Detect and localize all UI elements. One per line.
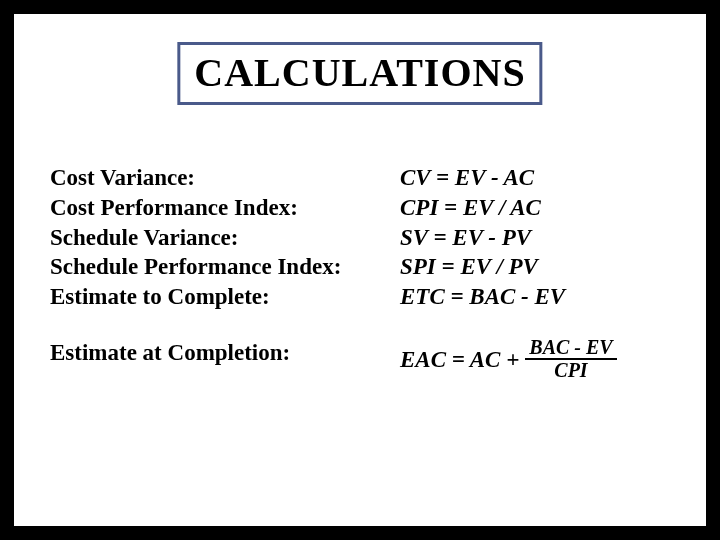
formula-inline: EAC = AC + BAC - EV CPI: [400, 339, 617, 383]
calc-formula: EAC = AC + BAC - EV CPI: [400, 339, 670, 383]
calc-label: Cost Performance Index:: [50, 194, 400, 223]
slide-title: CALCULATIONS: [194, 49, 525, 96]
calc-formula: SV = EV - PV: [400, 224, 670, 253]
formula-lead: EAC = AC +: [400, 346, 519, 375]
calc-row: Schedule Performance Index: SPI = EV / P…: [50, 253, 670, 282]
calc-row: Cost Variance: CV = EV - AC: [50, 164, 670, 193]
calc-row: Cost Performance Index: CPI = EV / AC: [50, 194, 670, 223]
calc-formula: ETC = BAC - EV: [400, 283, 670, 312]
calc-label: Estimate at Completion:: [50, 339, 400, 368]
calc-formula: CPI = EV / AC: [400, 194, 670, 223]
calc-row: Schedule Variance: SV = EV - PV: [50, 224, 670, 253]
title-box: CALCULATIONS: [177, 42, 542, 105]
calc-label: Schedule Variance:: [50, 224, 400, 253]
spacer: [50, 313, 670, 339]
calc-label: Estimate to Complete:: [50, 283, 400, 312]
calc-row: Estimate to Complete: ETC = BAC - EV: [50, 283, 670, 312]
fraction: BAC - EV CPI: [525, 337, 616, 381]
calc-row: Estimate at Completion: EAC = AC + BAC -…: [50, 339, 670, 383]
content-area: Cost Variance: CV = EV - AC Cost Perform…: [50, 164, 670, 384]
calc-formula: CV = EV - AC: [400, 164, 670, 193]
calc-label: Schedule Performance Index:: [50, 253, 400, 282]
calc-formula: SPI = EV / PV: [400, 253, 670, 282]
fraction-denominator: CPI: [550, 360, 591, 381]
calc-label: Cost Variance:: [50, 164, 400, 193]
slide-frame: CALCULATIONS Cost Variance: CV = EV - AC…: [0, 0, 720, 540]
fraction-numerator: BAC - EV: [525, 337, 616, 360]
